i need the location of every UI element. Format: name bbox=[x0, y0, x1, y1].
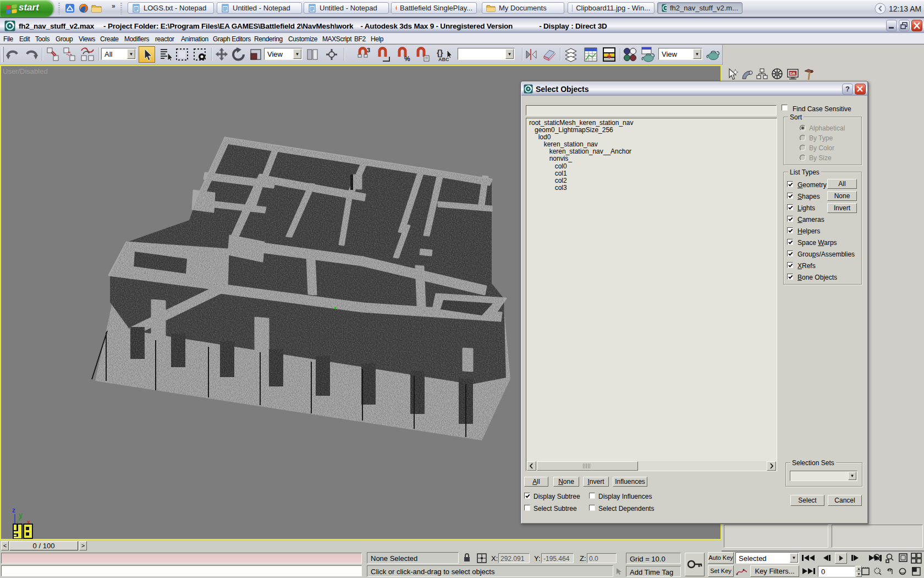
svg-text:DA: DA bbox=[790, 72, 795, 75]
svg-text:z: z bbox=[12, 506, 15, 514]
svg-text:%: % bbox=[404, 55, 410, 62]
svg-text:{}: {} bbox=[437, 48, 443, 57]
svg-text:3: 3 bbox=[367, 47, 370, 53]
